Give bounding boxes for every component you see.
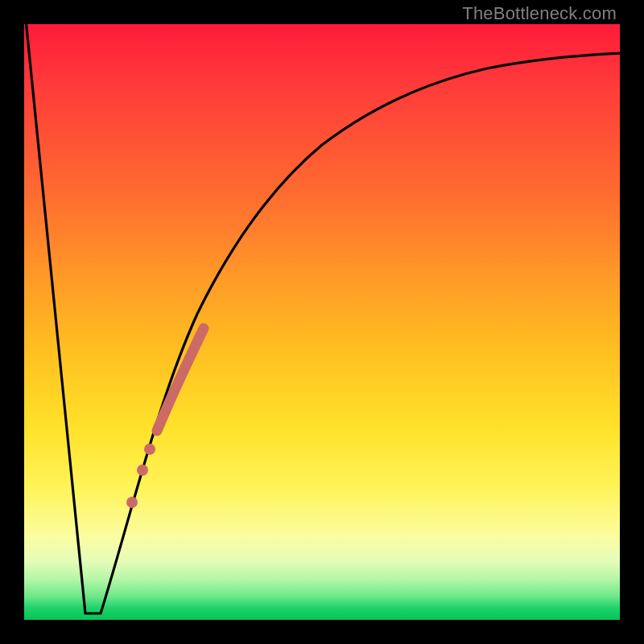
chart-border xyxy=(0,0,644,644)
chart-root: TheBottleneck.com xyxy=(0,0,644,644)
attribution-text: TheBottleneck.com xyxy=(462,3,617,24)
